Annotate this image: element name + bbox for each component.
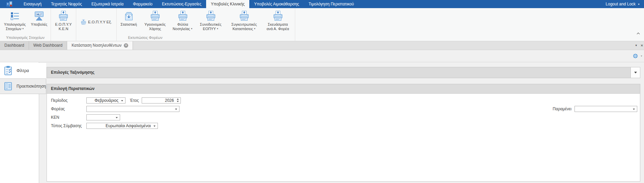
menu-item-texnitos-nefros[interactable]: Τεχνητός Νεφρός bbox=[46, 0, 87, 8]
close-document-icon[interactable]: ✕ bbox=[641, 44, 643, 47]
case-selection-panel-header: Επιλογή Περιστατικών bbox=[47, 84, 640, 94]
menu-item-ypovoles-klinikis[interactable]: Υποβολές Κλινικής bbox=[206, 0, 249, 8]
dropdown-arrow-icon: ▼ bbox=[22, 28, 24, 30]
printer-small-icon bbox=[81, 19, 86, 25]
ribbon-button-ygeionomikos-xartis[interactable]: Υγειονομικός Χάρτης bbox=[140, 9, 170, 35]
remains-field-group: Παραμένει bbox=[553, 105, 637, 113]
tab-list-dropdown-icon[interactable]: ▼ bbox=[635, 44, 638, 47]
case-selection-panel: Επιλογή Περιστατικών Περίοδος Φεβρουάριο… bbox=[47, 84, 640, 182]
ribbon-zone-eopyy-ken: Ε.Ο.Π.Υ.Υ Κ.Ε.Ν bbox=[51, 8, 76, 41]
spinner-buttons[interactable] bbox=[176, 98, 179, 103]
panel-title: Επιλογή Περιστατικών bbox=[47, 84, 640, 93]
ribbon-button-label: Υποβολές bbox=[31, 22, 48, 27]
printer-icon bbox=[273, 10, 283, 21]
ribbon-button-label: Συνοδευτικές ΕΟΠΥΥ▼ bbox=[200, 22, 222, 31]
dropbox-icon bbox=[123, 10, 134, 21]
year-spinner[interactable]: 2026 bbox=[142, 97, 181, 104]
menu-item-timologisi-peristatikou[interactable]: Τιμολόγηση Περιστατικού bbox=[304, 0, 359, 8]
period-label: Περίοδος bbox=[51, 98, 86, 103]
form-row-period: Περίοδος Φεβρουάριος Έτος 2026 bbox=[47, 96, 640, 105]
sidebar-item-label: Φίλτρα bbox=[17, 68, 29, 73]
contract-type-value: Ευρωπαίοι Ασφαλισμένοι bbox=[106, 123, 151, 128]
chevron-up-icon bbox=[637, 32, 640, 35]
combo-arrow-icon bbox=[153, 125, 156, 127]
ribbon-button-eopyy-ex[interactable]: Ε.Ο.Π.Υ.Υ Εξ. bbox=[77, 18, 115, 26]
ribbon-zone-eopyy-ex: Ε.Ο.Π.Υ.Υ Εξ. bbox=[76, 8, 117, 41]
chevron-down-icon bbox=[634, 72, 637, 73]
printer-icon bbox=[150, 10, 161, 21]
year-value: 2026 bbox=[165, 98, 174, 103]
ribbon-group-caption: Εκτυπώσεις Φορέων bbox=[117, 35, 295, 41]
hl7-monitor-icon bbox=[34, 10, 45, 21]
content-area: Φίλτρα Προεπισκόπηση Επιλογές Ταξινόμηση… bbox=[0, 62, 644, 183]
menu-item-exoterika-iatreia[interactable]: Εξωτερικά Ιατρεία bbox=[87, 0, 128, 8]
ribbon-button-ypologismos-stoixeion[interactable]: Υπολογισμός Στοιχείων▼ bbox=[1, 9, 29, 35]
menu-item-ypovoles-aimokatharsis[interactable]: Υποβολές Αιμοκάθαρσης bbox=[249, 0, 304, 8]
ribbon-zone-caption bbox=[51, 35, 76, 41]
combo-arrow-icon bbox=[175, 109, 177, 110]
form-row-agency: Φορέας Παραμένει bbox=[47, 105, 640, 113]
filters-clipboard-icon bbox=[3, 66, 13, 76]
logout-and-lock-button[interactable]: Logout and Lock ▼ bbox=[601, 0, 644, 8]
ribbon-button-statistiki[interactable]: Στατιστική bbox=[118, 9, 140, 35]
main-panel-area: Επιλογές Ταξινόμησης Επιλογή Περιστατικώ… bbox=[47, 62, 640, 183]
combo-arrow-icon bbox=[633, 109, 635, 110]
gear-icon[interactable] bbox=[633, 53, 638, 59]
ribbon-button-fylla-nosileias[interactable]: Φύλλα Νοσηλείας▼ bbox=[170, 9, 195, 35]
tab-label: Dashboard bbox=[4, 41, 24, 50]
dropdown-arrow-icon: ▼ bbox=[254, 28, 256, 30]
ribbon-button-eopyy-ken[interactable]: Ε.Ο.Π.Υ.Υ Κ.Ε.Ν bbox=[52, 9, 75, 35]
ribbon-collapse-button[interactable] bbox=[636, 31, 641, 36]
agency-dropdown[interactable] bbox=[86, 106, 179, 112]
sidebar-item-label: Προεπισκόπηση bbox=[17, 84, 46, 89]
gear-dropdown-arrow-icon[interactable]: ▼ bbox=[640, 55, 643, 57]
ken-label: ΚΕΝ bbox=[51, 115, 86, 120]
ribbon-button-sygkentrotikes-katastaseis[interactable]: Συγκεντρωτικές Καταστάσεις▼ bbox=[226, 9, 262, 35]
tab-label: Web Dashboard bbox=[33, 41, 63, 50]
preview-document-icon bbox=[3, 81, 13, 91]
ribbon-button-label: Συγκεντρωτικές Καταστάσεις▼ bbox=[231, 22, 257, 31]
menu-item-ektiposeis-ergasies[interactable]: Εκτυπώσεις-Εργασίες bbox=[157, 0, 206, 8]
menubar-spacer bbox=[359, 0, 601, 8]
period-dropdown[interactable]: Φεβρουάριος bbox=[86, 97, 125, 104]
form-row-ken: ΚΕΝ bbox=[47, 113, 640, 121]
sorting-options-panel-header[interactable]: Επιλογές Ταξινόμησης bbox=[47, 67, 640, 78]
remains-label: Παραμένει bbox=[553, 107, 571, 111]
ribbon-button-ypovoles[interactable]: Υποβολές bbox=[29, 9, 50, 35]
spin-down-icon[interactable] bbox=[177, 101, 179, 102]
agency-label: Φορέας bbox=[51, 107, 86, 111]
document-tab-strip: Dashboard Web Dashboard Κατάσταση Νοσηλε… bbox=[0, 41, 644, 50]
ribbon-button-skeyasmata-ana-forea[interactable]: Σκευάσματα ανά Α. Φορέα bbox=[262, 9, 294, 35]
ribbon-button-label: Υγειονομικός Χάρτης bbox=[144, 22, 166, 31]
tab-katastasi-nosileythenton[interactable]: Κατάσταση Νοσηλευθέντων ✕ bbox=[67, 41, 133, 50]
ribbon-group-ektiposeis-foreon: Στατιστική Υγειονομικός Χάρτης Φύλλα Νοσ… bbox=[117, 8, 295, 41]
ribbon-button-label: Υπολογισμός Στοιχείων▼ bbox=[4, 22, 26, 31]
tab-web-dashboard[interactable]: Web Dashboard bbox=[29, 41, 67, 50]
ken-dropdown[interactable] bbox=[86, 114, 120, 120]
ribbon-button-label: Φύλλα Νοσηλείας▼ bbox=[173, 22, 193, 31]
filter-options-strip: ▼ bbox=[0, 50, 644, 62]
spin-up-icon[interactable] bbox=[177, 98, 179, 100]
contract-type-dropdown[interactable]: Ευρωπαίοι Ασφαλισμένοι bbox=[86, 123, 158, 129]
list-icon bbox=[9, 10, 20, 21]
dropdown-arrow-icon: ▼ bbox=[191, 28, 193, 30]
ribbon-button-label: Στατιστική bbox=[120, 22, 137, 27]
tab-close-icon[interactable]: ✕ bbox=[124, 43, 128, 48]
printer-icon bbox=[205, 10, 216, 21]
sidebar-item-filtra[interactable]: Φίλτρα bbox=[0, 63, 46, 78]
ribbon-group-ypologismos-stoixeion: Υπολογισμός Στοιχείων▼ Υποβολές Υπολογισ… bbox=[0, 8, 51, 41]
ribbon-button-label: Σκευάσματα ανά Α. Φορέα bbox=[267, 22, 289, 31]
sidebar-item-proepiskopisi[interactable]: Προεπισκόπηση bbox=[0, 78, 46, 94]
tab-dashboard[interactable]: Dashboard bbox=[0, 41, 29, 50]
combo-arrow-icon bbox=[121, 100, 123, 101]
remains-dropdown[interactable] bbox=[575, 106, 637, 112]
printer-icon bbox=[239, 10, 250, 21]
app-logo[interactable] bbox=[0, 0, 19, 8]
top-menu-bar: Εισαγωγή Τεχνητός Νεφρός Εξωτερικά Ιατρε… bbox=[0, 0, 644, 8]
ribbon-zone-caption bbox=[76, 35, 116, 41]
sorting-panel-expand-button[interactable] bbox=[631, 67, 640, 78]
menu-item-eisagogi[interactable]: Εισαγωγή bbox=[19, 0, 46, 8]
app-logo-icon bbox=[6, 1, 13, 7]
ribbon-button-synodeytikes-eopyy[interactable]: Συνοδευτικές ΕΟΠΥΥ▼ bbox=[195, 9, 226, 35]
menu-item-farmakeio[interactable]: Φαρμακείο bbox=[128, 0, 157, 8]
